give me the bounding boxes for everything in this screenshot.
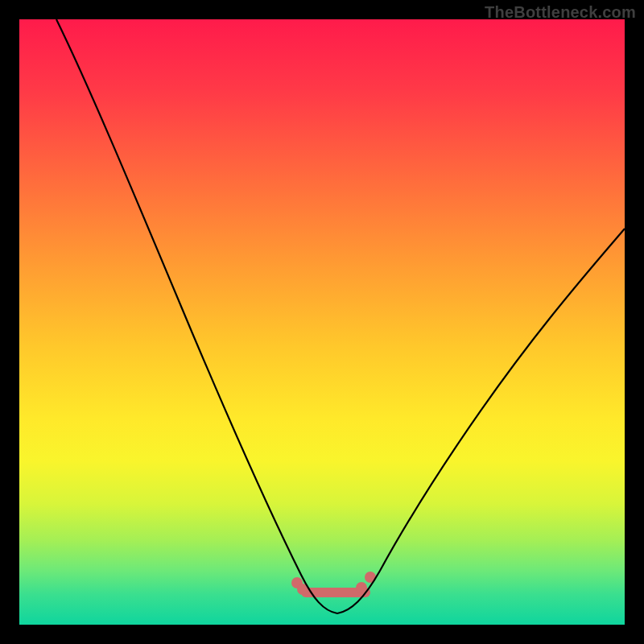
highlight-dot	[297, 584, 308, 595]
curve-layer	[19, 19, 625, 625]
bottleneck-curve	[56, 19, 625, 613]
plot-area	[19, 19, 625, 625]
chart-frame: TheBottleneck.com	[0, 0, 644, 644]
highlight-dot	[291, 577, 303, 588]
highlight-dot	[356, 582, 367, 593]
highlight-minimum	[291, 572, 376, 595]
highlight-dot	[365, 572, 376, 583]
watermark-text: TheBottleneck.com	[485, 3, 636, 22]
